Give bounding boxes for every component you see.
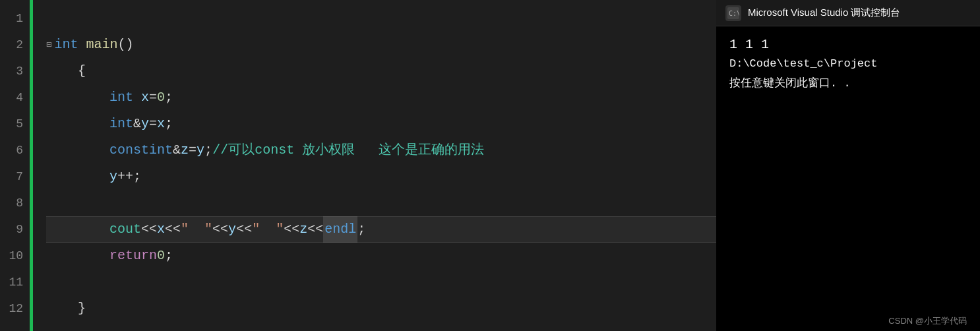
code-line-6: const int & z = y ; //可以const 放小权限 这个是正确… bbox=[46, 137, 716, 164]
line-num-7: 7 bbox=[0, 164, 23, 190]
code-line-12: } bbox=[46, 295, 716, 322]
terminal-titlebar: C:\ Microsoft Visual Studio 调试控制台 bbox=[716, 0, 980, 26]
line-num-1: 1 bbox=[0, 5, 23, 32]
line-num-12: 12 bbox=[0, 295, 23, 322]
terminal-title: Microsoft Visual Studio 调试控制台 bbox=[748, 7, 900, 19]
line-num-11: 11 bbox=[0, 269, 23, 295]
line-num-5: 5 bbox=[0, 111, 23, 137]
terminal-output-path: D:\Code\test_c\Project bbox=[729, 57, 967, 70]
code-editor: 1 2 3 4 5 6 7 8 9 10 11 12 ⊟ int main ()… bbox=[0, 0, 716, 331]
terminal-app-icon: C:\ bbox=[725, 5, 741, 21]
code-content[interactable]: ⊟ int main () { int x = 0 ; int bbox=[33, 0, 716, 331]
line-num-8: 8 bbox=[0, 190, 23, 216]
function-name: main bbox=[86, 32, 117, 58]
terminal-footer: CSDN @小王学代码 bbox=[716, 311, 980, 331]
terminal-body: 1 1 1 D:\Code\test_c\Project 按任意键关闭此窗口. … bbox=[716, 26, 980, 311]
code-line-1 bbox=[46, 5, 716, 32]
line-numbers: 1 2 3 4 5 6 7 8 9 10 11 12 bbox=[0, 0, 30, 331]
code-line-3: { bbox=[46, 58, 716, 84]
terminal-output-prompt: 按任意键关闭此窗口. . bbox=[729, 75, 967, 90]
comment-text: //可以const 放小权限 这个是正确的用法 bbox=[212, 137, 484, 164]
code-line-4: int x = 0 ; bbox=[46, 84, 716, 111]
code-line-7: y ++; bbox=[46, 164, 716, 190]
terminal-output-numbers: 1 1 1 bbox=[729, 37, 967, 52]
line-num-2: 2 bbox=[0, 32, 23, 58]
code-line-5: int & y = x ; bbox=[46, 111, 716, 137]
code-line-11 bbox=[46, 269, 716, 295]
code-line-9: cout << x << " " << y << " " << z << end… bbox=[46, 216, 716, 243]
line-num-10: 10 bbox=[0, 243, 23, 269]
code-line-2: ⊟ int main () bbox=[46, 32, 716, 58]
line-num-4: 4 bbox=[0, 84, 23, 111]
code-line-10: return 0 ; bbox=[46, 243, 716, 269]
line-num-6: 6 bbox=[0, 137, 23, 164]
collapse-icon: ⊟ bbox=[46, 32, 51, 58]
footer-watermark: CSDN @小王学代码 bbox=[888, 316, 967, 326]
keyword-int: int bbox=[54, 32, 78, 58]
code-line-8 bbox=[46, 190, 716, 216]
svg-text:C:\: C:\ bbox=[729, 10, 739, 17]
terminal-panel: C:\ Microsoft Visual Studio 调试控制台 1 1 1 … bbox=[716, 0, 980, 331]
line-num-3: 3 bbox=[0, 58, 23, 84]
line-num-9: 9 bbox=[0, 216, 23, 243]
